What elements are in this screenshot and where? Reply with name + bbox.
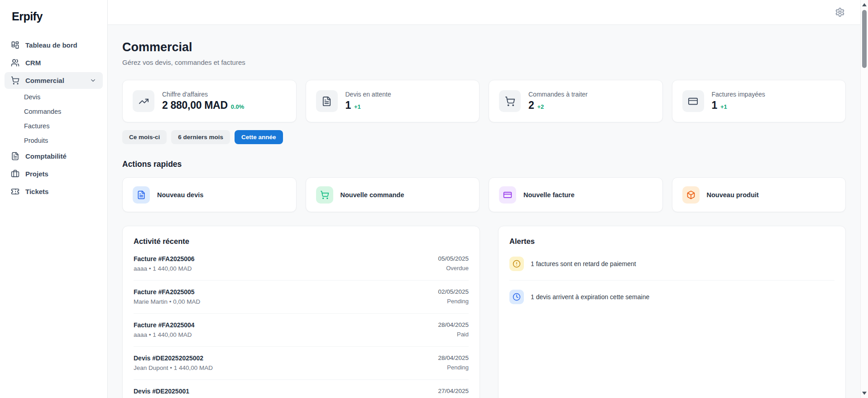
file-text-icon xyxy=(133,186,150,204)
page-subtitle: Gérez vos devis, commandes et factures xyxy=(122,58,846,66)
main-content: Commercial Gérez vos devis, commandes et… xyxy=(108,25,860,398)
kpi-change: +2 xyxy=(537,103,544,110)
new-quote-button[interactable]: Nouveau devis xyxy=(122,177,297,212)
credit-card-icon xyxy=(682,90,704,112)
activity-title: Devis #DE20252025002 xyxy=(134,354,213,362)
alerts-panel: Alertes 1 factures sont en retard de pai… xyxy=(498,226,846,398)
quick-actions-title: Actions rapides xyxy=(122,160,846,169)
topbar xyxy=(108,0,860,25)
settings-button[interactable] xyxy=(833,5,847,19)
app-root: Erpify Tableau de bord CRM Commercial xyxy=(0,0,860,398)
kpi-row: Chiffre d'affaires 2 880,00 MAD 0.0% Dev… xyxy=(122,80,846,122)
new-product-button[interactable]: Nouveau produit xyxy=(672,177,846,212)
qa-label: Nouveau produit xyxy=(707,191,759,199)
activity-status: Pending xyxy=(438,364,469,371)
filter-6-derniers-mois[interactable]: 6 derniers mois xyxy=(171,130,230,144)
cart-icon xyxy=(499,90,521,112)
scrollbar-up-arrow[interactable] xyxy=(862,3,867,6)
file-text-icon xyxy=(11,152,19,160)
sidebar-item-comptabilite[interactable]: Comptabilité xyxy=(5,148,103,165)
new-invoice-button[interactable]: Nouvelle facture xyxy=(489,177,663,212)
quick-actions-row: Nouveau devis Nouvelle commande Nouvelle… xyxy=(122,177,846,212)
activity-status: Pending xyxy=(438,298,469,305)
activity-date: 02/05/2025 xyxy=(438,288,469,295)
kpi-value: 2 xyxy=(528,99,534,112)
activity-subtitle: Marie Martin • 0,00 MAD xyxy=(134,298,200,305)
alert-item: 1 devis arrivent à expiration cette sema… xyxy=(509,281,834,313)
sidebar: Erpify Tableau de bord CRM Commercial xyxy=(0,0,108,398)
alerts-title: Alertes xyxy=(509,237,834,246)
kpi-value: 2 880,00 MAD xyxy=(162,99,228,112)
activity-status: Overdue xyxy=(438,265,469,272)
kpi-label: Devis en attente xyxy=(345,91,391,98)
kpi-card-commandes-a-traiter: Commandes à traiter 2 +2 xyxy=(489,80,663,122)
sidebar-item-produits[interactable]: Produits xyxy=(5,133,103,148)
kpi-label: Chiffre d'affaires xyxy=(162,91,244,98)
kpi-card-chiffre-affaires: Chiffre d'affaires 2 880,00 MAD 0.0% xyxy=(122,80,297,122)
sidebar-item-projets[interactable]: Projets xyxy=(5,165,103,182)
new-order-button[interactable]: Nouvelle commande xyxy=(306,177,480,212)
main-column: Commercial Gérez vos devis, commandes et… xyxy=(108,0,860,398)
trending-up-icon xyxy=(133,90,154,112)
file-text-icon xyxy=(316,90,338,112)
sidebar-item-factures[interactable]: Factures xyxy=(5,119,103,133)
qa-label: Nouveau devis xyxy=(157,191,203,199)
sidebar-item-label: Commercial xyxy=(25,77,64,84)
alert-text: 1 devis arrivent à expiration cette sema… xyxy=(531,293,649,301)
activity-date: 28/04/2025 xyxy=(438,321,469,328)
sidebar-item-tickets[interactable]: Tickets xyxy=(5,183,103,200)
kpi-card-factures-impayees: Factures impayées 1 +1 xyxy=(672,80,846,122)
kpi-value: 1 xyxy=(345,99,351,112)
kpi-change: 0.0% xyxy=(231,103,245,110)
sidebar-item-crm[interactable]: CRM xyxy=(5,54,103,71)
activity-row[interactable]: Facture #FA2025005 Marie Martin • 0,00 M… xyxy=(134,281,469,314)
activity-row[interactable]: Facture #FA2025004 aaaa • 1 440,00 MAD 2… xyxy=(134,314,469,347)
activity-title: Devis #DE2025001 xyxy=(134,388,189,395)
qa-label: Nouvelle facture xyxy=(523,191,575,199)
clock-icon xyxy=(509,290,524,304)
activity-date: 28/04/2025 xyxy=(438,354,469,361)
filter-ce-mois-ci[interactable]: Ce mois-ci xyxy=(122,130,167,144)
sidebar-item-label: Comptabilité xyxy=(25,152,67,160)
sidebar-item-devis[interactable]: Devis xyxy=(5,90,103,104)
app-logo: Erpify xyxy=(5,5,103,37)
kpi-change: +1 xyxy=(354,103,361,110)
kpi-value: 1 xyxy=(712,99,718,112)
package-icon xyxy=(682,186,700,204)
sidebar-item-label: Projets xyxy=(25,170,48,178)
sidebar-item-commercial[interactable]: Commercial xyxy=(5,72,103,89)
activity-date: 05/05/2025 xyxy=(438,255,469,262)
activity-row[interactable]: Facture #FA2025006 aaaa • 1 440,00 MAD 0… xyxy=(134,248,469,281)
credit-card-icon xyxy=(499,186,516,204)
gear-icon xyxy=(835,7,845,17)
activity-title: Facture #FA2025004 xyxy=(134,321,195,329)
activity-subtitle: aaaa • 1 440,00 MAD xyxy=(134,331,195,338)
chevron-down-icon xyxy=(90,77,96,84)
sidebar-submenu-commercial: Devis Commandes Factures Produits xyxy=(5,90,103,148)
activity-subtitle: aaaa • 1 440,00 MAD xyxy=(134,265,195,272)
sidebar-item-tableau-de-bord[interactable]: Tableau de bord xyxy=(5,37,103,53)
sidebar-item-label: CRM xyxy=(25,59,41,67)
cart-icon xyxy=(316,186,333,204)
scrollbar-thumb[interactable] xyxy=(862,10,867,68)
alert-text: 1 factures sont en retard de paiement xyxy=(531,260,636,267)
alert-circle-icon xyxy=(509,257,524,271)
kpi-label: Commandes à traiter xyxy=(528,91,588,98)
scrollbar[interactable] xyxy=(860,0,868,398)
filter-cette-annee[interactable]: Cette année xyxy=(235,130,283,144)
activity-subtitle: Jean Dupont • 1 440,00 MAD xyxy=(134,364,213,371)
activity-row[interactable]: Devis #DE20252025002 Jean Dupont • 1 440… xyxy=(134,347,469,380)
sidebar-item-label: Tickets xyxy=(25,188,48,195)
kpi-card-devis-en-attente: Devis en attente 1 +1 xyxy=(306,80,480,122)
kpi-label: Factures impayées xyxy=(712,91,765,98)
sidebar-item-commandes[interactable]: Commandes xyxy=(5,104,103,119)
scrollbar-down-arrow[interactable] xyxy=(862,392,867,395)
qa-label: Nouvelle commande xyxy=(340,191,404,199)
page-title: Commercial xyxy=(122,40,846,54)
activity-row[interactable]: Devis #DE2025001 27/04/2025 xyxy=(134,380,469,398)
briefcase-icon xyxy=(11,170,19,178)
sidebar-item-label: Tableau de bord xyxy=(25,41,77,49)
activity-title: Facture #FA2025006 xyxy=(134,255,195,262)
recent-activity-title: Activité récente xyxy=(134,237,469,246)
users-icon xyxy=(11,58,19,67)
